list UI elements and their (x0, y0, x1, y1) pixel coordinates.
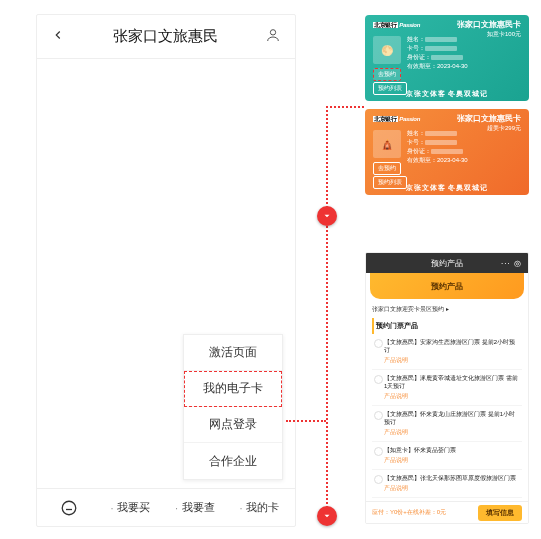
card-expire: 有效期至：2023-04-30 (407, 62, 468, 71)
phone-reserve: 预约产品··· ◎ 预约产品 张家口文旅迎宾卡景区预约 ▸ 预约门票产品 【文旅… (365, 252, 529, 524)
reserve-banner: 预约产品 (370, 273, 524, 299)
phone-main: 张家口文旅惠民 激活页面 我的电子卡 网点登录 合作企业 我要买 我要查 我的卡 (36, 14, 296, 527)
menu-activate[interactable]: 激活页面 (184, 335, 282, 371)
wave-deco (365, 79, 529, 89)
nav-check[interactable]: 我要查 (166, 489, 231, 526)
card-subtitle: 如意卡100元 (487, 30, 521, 39)
back-icon[interactable] (51, 28, 65, 46)
nav-mycard[interactable]: 我的卡 (231, 489, 296, 526)
reserve-notice: 张家口文旅迎宾卡景区预约 ▸ (372, 305, 522, 314)
header: 张家口文旅惠民 (37, 15, 295, 59)
more-icon[interactable]: ··· ◎ (501, 259, 522, 268)
fill-info-button[interactable]: 填写信息 (478, 505, 522, 521)
arrow-down-icon (317, 506, 337, 526)
menu-partners[interactable]: 合作企业 (184, 443, 282, 479)
card-subtitle: 超美卡299元 (487, 124, 521, 133)
card-info: 姓名： 卡号： 身份证： 有效期至：2023-04-30 (407, 129, 468, 165)
connector (286, 420, 326, 422)
card-info: 姓名： 卡号： 身份证： 有效期至：2023-04-30 (407, 35, 468, 71)
card-thumb: 🌕 (373, 36, 401, 64)
page-title: 张家口文旅惠民 (113, 27, 218, 46)
profile-icon[interactable] (265, 27, 281, 47)
ticket-item[interactable]: 【如意卡】怀来黄品荟门票产品说明 (372, 442, 522, 470)
ticket-item[interactable]: 【文旅惠民】安家沟生态旅游区门票 提前2小时预订产品说明 (372, 334, 522, 370)
keyboard-icon[interactable] (37, 489, 102, 526)
card-foot: 京张文体客 冬奥双城记 (365, 183, 529, 193)
reserve-header: 预约产品··· ◎ (366, 253, 528, 273)
ticket-item[interactable]: 【文旅惠民】怀来黄龙山庄旅游区门票 提前1小时预订产品说明 (372, 406, 522, 442)
card-title: 张家口文旅惠民卡 (457, 19, 521, 30)
menu-my-ecard[interactable]: 我的电子卡 (184, 371, 282, 407)
menu-branch-login[interactable]: 网点登录 (184, 407, 282, 443)
card-foot: 京张文体客 冬奥双城记 (365, 89, 529, 99)
ticket-item[interactable]: 【文旅惠民】涿鹿黄帝城遗址文化旅游区门票 需前1天预订产品说明 (372, 370, 522, 406)
arrow-down-icon (317, 206, 337, 226)
svg-point-1 (63, 501, 77, 515)
reserve-footer: 应付：Y0份+在线补差：0元 填写信息 (366, 501, 528, 523)
connector (326, 106, 364, 108)
reserve-section: 预约门票产品 【文旅惠民】安家沟生态旅游区门票 提前2小时预订产品说明 【文旅惠… (372, 318, 522, 517)
nav-buy[interactable]: 我要买 (102, 489, 167, 526)
svg-point-0 (270, 29, 275, 34)
section-title: 预约门票产品 (372, 318, 522, 334)
card-title: 张家口文旅惠民卡 (457, 113, 521, 124)
connector (326, 106, 328, 516)
wave-deco (365, 173, 529, 183)
price-label: 应付：Y0份+在线补差：0元 (372, 508, 478, 517)
card-expire: 有效期至：2023-04-30 (407, 156, 468, 165)
ecard-orange: 北京银行 Passion 张家口文旅惠民卡 超美卡299元 🛕 姓名： 卡号： … (365, 109, 529, 195)
popup-menu: 激活页面 我的电子卡 网点登录 合作企业 (183, 334, 283, 480)
bottom-nav: 我要买 我要查 我的卡 (37, 488, 295, 526)
body: 激活页面 我的电子卡 网点登录 合作企业 (37, 59, 295, 488)
ticket-item[interactable]: 【文旅惠民】张北天保那苏图草原度假旅游区门票产品说明 (372, 470, 522, 498)
ecard-green: 北京银行 Passion 张家口文旅惠民卡 如意卡100元 🌕 姓名： 卡号： … (365, 15, 529, 101)
card-thumb: 🛕 (373, 130, 401, 158)
